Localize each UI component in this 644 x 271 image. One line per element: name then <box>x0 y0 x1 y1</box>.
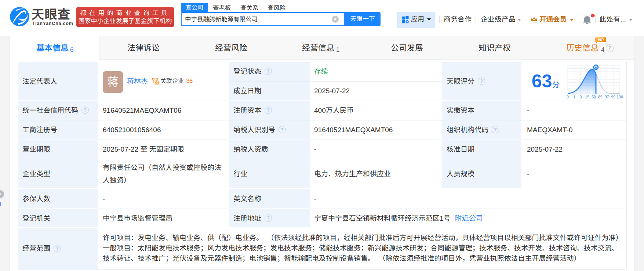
svg-text:99: 99 <box>611 95 615 99</box>
svg-text:50: 50 <box>592 95 596 99</box>
svg-text:100: 100 <box>616 95 623 99</box>
svg-text:97: 97 <box>605 95 609 99</box>
svg-text:15: 15 <box>585 95 589 99</box>
svg-text:企: 企 <box>155 81 158 84</box>
svg-text:0: 0 <box>567 95 569 99</box>
svg-text:1: 1 <box>573 95 575 99</box>
svg-text:3: 3 <box>580 95 582 99</box>
svg-text:85: 85 <box>598 95 603 99</box>
